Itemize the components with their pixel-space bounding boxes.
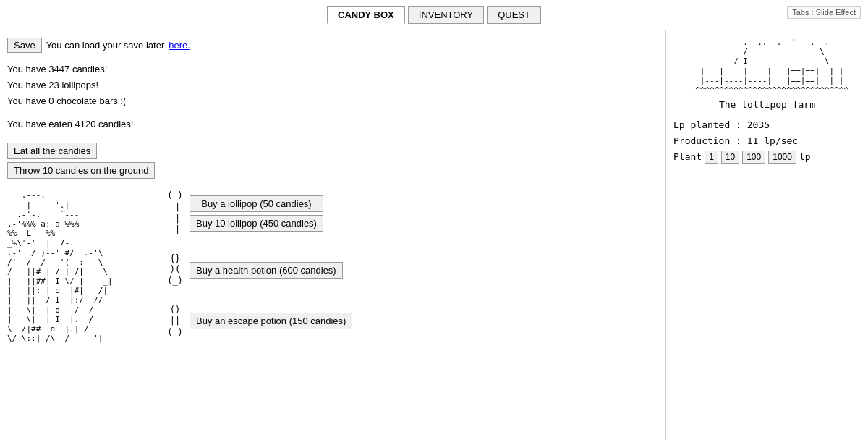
health-potion-shop-row: {} )( (_) Buy a health potion (600 candi… bbox=[166, 253, 352, 287]
farm-title: The lollipop farm bbox=[719, 99, 815, 110]
tab-quest[interactable]: QUEST bbox=[487, 6, 541, 24]
lollipop-shop-row: (_) | | | Buy a lollipop (50 candies) Bu… bbox=[166, 190, 352, 235]
escape-potion-icon: () || (_) bbox=[166, 305, 184, 339]
production: Production : 11 lp/sec bbox=[673, 133, 811, 149]
plant-label: Plant bbox=[673, 149, 702, 165]
escape-potion-shop-row: () || (_) Buy an escape potion (150 cand… bbox=[166, 305, 352, 339]
save-button[interactable]: Save bbox=[7, 38, 42, 53]
candy-pile-ascii: .---. | '.| .-'-. `--- .-'%%% a: a %%% %… bbox=[7, 190, 152, 343]
plant-100-button[interactable]: 100 bbox=[742, 151, 765, 164]
action-buttons: Eat all the candies Throw 10 candies on … bbox=[7, 143, 658, 179]
save-message: You can load your save later bbox=[46, 40, 165, 51]
lp-planted: Lp planted : 2035 bbox=[673, 117, 811, 133]
lollipops-count: You have 23 lollipops! bbox=[7, 77, 658, 93]
plant-1-button[interactable]: 1 bbox=[705, 151, 718, 164]
buy-lollipop-button[interactable]: Buy a lollipop (50 candies) bbox=[190, 195, 323, 212]
lollipop-icon: (_) | | | bbox=[166, 190, 184, 235]
buy-10-lollipop-button[interactable]: Buy 10 lollipop (450 candies) bbox=[190, 215, 323, 232]
plant-1000-button[interactable]: 1000 bbox=[768, 151, 796, 164]
tab-inventory[interactable]: INVENTORY bbox=[408, 6, 484, 24]
tabs-effect-label: Tabs : Slide Effect bbox=[787, 6, 861, 19]
save-link[interactable]: here. bbox=[169, 40, 190, 51]
main-container: Save You can load your save later here. … bbox=[0, 30, 868, 440]
right-panel: . .. . ' . . / \ / I \ |---|----|----| |… bbox=[665, 30, 868, 440]
tab-candy-box[interactable]: CANDY BOX bbox=[327, 6, 405, 24]
health-potion-icon: {} )( (_) bbox=[166, 253, 184, 287]
lp-suffix: lp bbox=[799, 149, 811, 165]
candies-count: You have 3447 candies! bbox=[7, 62, 658, 77]
plant-row: Plant 1 10 100 1000 lp bbox=[673, 149, 811, 165]
eat-all-button[interactable]: Eat all the candies bbox=[7, 143, 97, 159]
plant-10-button[interactable]: 10 bbox=[721, 151, 739, 164]
eaten-section: You have eaten 4120 candies! bbox=[7, 117, 658, 132]
save-row: Save You can load your save later here. bbox=[7, 38, 658, 53]
throw-candies-button[interactable]: Throw 10 candies on the ground bbox=[7, 162, 155, 179]
left-panel: Save You can load your save later here. … bbox=[0, 30, 665, 440]
buy-health-potion-button[interactable]: Buy a health potion (600 candies) bbox=[190, 262, 343, 279]
buy-escape-potion-button[interactable]: Buy an escape potion (150 candies) bbox=[190, 313, 352, 329]
farm-ascii-art: . .. . ' . . / \ / I \ |---|----|----| |… bbox=[686, 38, 848, 95]
chocolate-bars-count: You have 0 chocolate bars :( bbox=[7, 93, 658, 109]
farm-stats: Lp planted : 2035 Production : 11 lp/sec… bbox=[673, 117, 811, 165]
eaten-count: You have eaten 4120 candies! bbox=[7, 117, 658, 132]
top-bar: CANDY BOX INVENTORY QUEST Tabs : Slide E… bbox=[0, 0, 868, 30]
stats-section: You have 3447 candies! You have 23 lolli… bbox=[7, 62, 658, 109]
bottom-area: .---. | '.| .-'-. `--- .-'%%% a: a %%% %… bbox=[7, 190, 658, 343]
shop-area: (_) | | | Buy a lollipop (50 candies) Bu… bbox=[166, 190, 352, 343]
